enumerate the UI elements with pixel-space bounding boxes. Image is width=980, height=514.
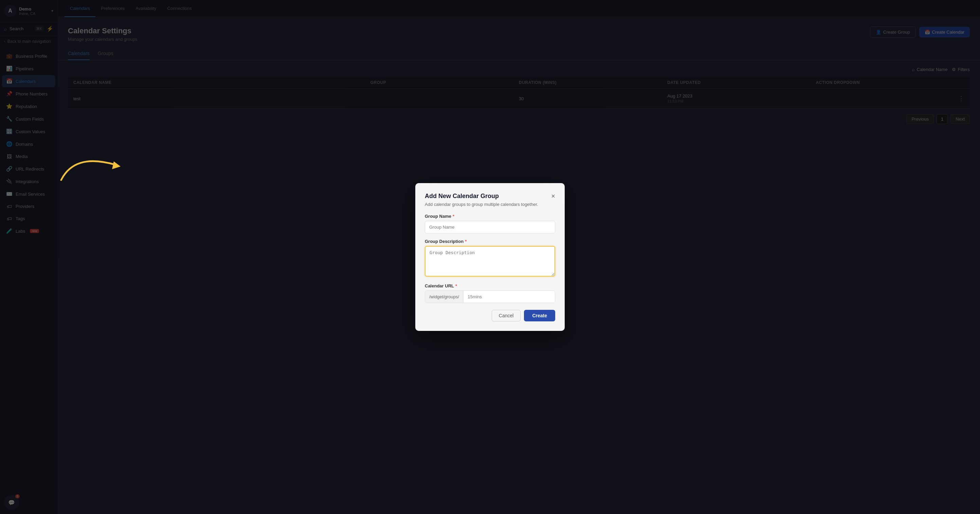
required-asterisk-desc: * (465, 239, 466, 244)
calendar-url-row: /widget/groups/ (425, 291, 555, 303)
modal-close-button[interactable]: × (551, 193, 555, 200)
modal-footer: Cancel Create (425, 310, 555, 321)
calendar-url-field: Calendar URL * /widget/groups/ (425, 283, 555, 303)
modal-title: Add New Calendar Group (425, 193, 499, 200)
calendar-url-label: Calendar URL * (425, 283, 555, 289)
arrow-annotation (54, 146, 129, 187)
create-button[interactable]: Create (524, 310, 555, 321)
group-description-label: Group Description * (425, 239, 555, 244)
group-description-field: Group Description * (425, 239, 555, 278)
required-asterisk: * (453, 214, 454, 219)
modal-dialog: Add New Calendar Group × Add calendar gr… (415, 183, 565, 331)
calendar-url-input[interactable] (463, 291, 555, 303)
svg-marker-0 (112, 161, 121, 169)
required-asterisk-url: * (455, 283, 457, 289)
cancel-button[interactable]: Cancel (492, 310, 521, 321)
url-prefix: /widget/groups/ (425, 291, 463, 303)
group-name-input[interactable] (425, 221, 555, 233)
group-description-input[interactable] (425, 246, 555, 276)
modal-subtitle: Add calendar groups to group multiple ca… (425, 202, 555, 207)
modal-overlay[interactable]: Add New Calendar Group × Add calendar gr… (0, 0, 980, 514)
group-name-label: Group Name * (425, 214, 555, 219)
modal-header: Add New Calendar Group × (425, 193, 555, 200)
group-name-field: Group Name * (425, 214, 555, 233)
